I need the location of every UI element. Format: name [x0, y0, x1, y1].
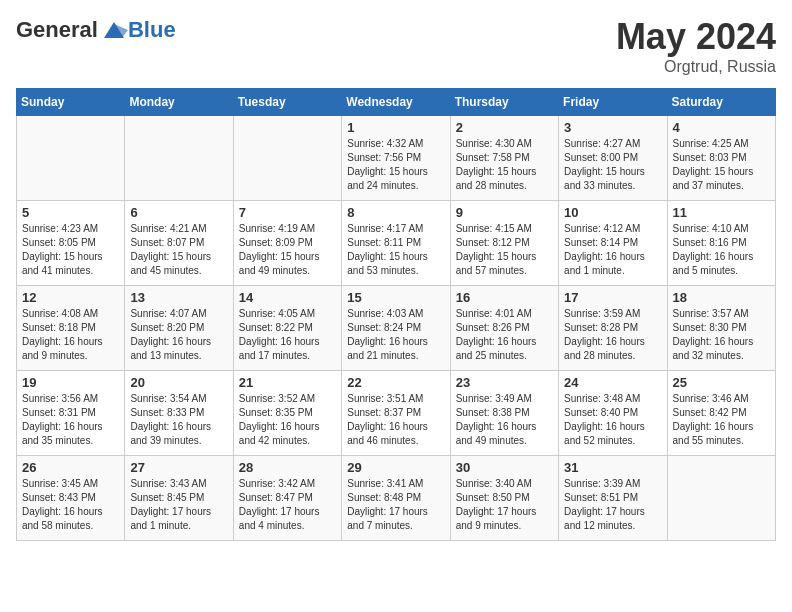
title-block: May 2024 Orgtrud, Russia: [616, 16, 776, 76]
calendar-cell: 8Sunrise: 4:17 AM Sunset: 8:11 PM Daylig…: [342, 201, 450, 286]
logo-blue: Blue: [128, 17, 176, 43]
day-number: 19: [22, 375, 119, 390]
calendar-cell: 16Sunrise: 4:01 AM Sunset: 8:26 PM Dayli…: [450, 286, 558, 371]
calendar-cell: 11Sunrise: 4:10 AM Sunset: 8:16 PM Dayli…: [667, 201, 775, 286]
day-number: 7: [239, 205, 336, 220]
calendar-cell: 3Sunrise: 4:27 AM Sunset: 8:00 PM Daylig…: [559, 116, 667, 201]
day-info: Sunrise: 3:43 AM Sunset: 8:45 PM Dayligh…: [130, 477, 227, 533]
day-number: 28: [239, 460, 336, 475]
calendar-cell: 15Sunrise: 4:03 AM Sunset: 8:24 PM Dayli…: [342, 286, 450, 371]
day-number: 11: [673, 205, 770, 220]
calendar-cell: 28Sunrise: 3:42 AM Sunset: 8:47 PM Dayli…: [233, 456, 341, 541]
day-info: Sunrise: 3:41 AM Sunset: 8:48 PM Dayligh…: [347, 477, 444, 533]
day-header-friday: Friday: [559, 89, 667, 116]
calendar-cell: 13Sunrise: 4:07 AM Sunset: 8:20 PM Dayli…: [125, 286, 233, 371]
day-header-wednesday: Wednesday: [342, 89, 450, 116]
day-info: Sunrise: 3:45 AM Sunset: 8:43 PM Dayligh…: [22, 477, 119, 533]
calendar-cell: 14Sunrise: 4:05 AM Sunset: 8:22 PM Dayli…: [233, 286, 341, 371]
day-number: 10: [564, 205, 661, 220]
logo: General Blue: [16, 16, 176, 44]
calendar-cell: 31Sunrise: 3:39 AM Sunset: 8:51 PM Dayli…: [559, 456, 667, 541]
day-info: Sunrise: 3:59 AM Sunset: 8:28 PM Dayligh…: [564, 307, 661, 363]
day-info: Sunrise: 3:46 AM Sunset: 8:42 PM Dayligh…: [673, 392, 770, 448]
day-number: 12: [22, 290, 119, 305]
calendar-cell: 1Sunrise: 4:32 AM Sunset: 7:56 PM Daylig…: [342, 116, 450, 201]
calendar-cell: 23Sunrise: 3:49 AM Sunset: 8:38 PM Dayli…: [450, 371, 558, 456]
calendar-cell: 29Sunrise: 3:41 AM Sunset: 8:48 PM Dayli…: [342, 456, 450, 541]
calendar-cell: 19Sunrise: 3:56 AM Sunset: 8:31 PM Dayli…: [17, 371, 125, 456]
day-number: 29: [347, 460, 444, 475]
day-info: Sunrise: 3:54 AM Sunset: 8:33 PM Dayligh…: [130, 392, 227, 448]
day-info: Sunrise: 4:23 AM Sunset: 8:05 PM Dayligh…: [22, 222, 119, 278]
calendar-cell: 18Sunrise: 3:57 AM Sunset: 8:30 PM Dayli…: [667, 286, 775, 371]
day-number: 27: [130, 460, 227, 475]
day-info: Sunrise: 4:30 AM Sunset: 7:58 PM Dayligh…: [456, 137, 553, 193]
calendar-cell: [125, 116, 233, 201]
day-info: Sunrise: 4:25 AM Sunset: 8:03 PM Dayligh…: [673, 137, 770, 193]
day-number: 25: [673, 375, 770, 390]
calendar-cell: 27Sunrise: 3:43 AM Sunset: 8:45 PM Dayli…: [125, 456, 233, 541]
week-row-3: 12Sunrise: 4:08 AM Sunset: 8:18 PM Dayli…: [17, 286, 776, 371]
day-number: 23: [456, 375, 553, 390]
day-header-tuesday: Tuesday: [233, 89, 341, 116]
week-row-1: 1Sunrise: 4:32 AM Sunset: 7:56 PM Daylig…: [17, 116, 776, 201]
day-number: 9: [456, 205, 553, 220]
day-number: 15: [347, 290, 444, 305]
week-row-2: 5Sunrise: 4:23 AM Sunset: 8:05 PM Daylig…: [17, 201, 776, 286]
day-info: Sunrise: 3:40 AM Sunset: 8:50 PM Dayligh…: [456, 477, 553, 533]
day-header-saturday: Saturday: [667, 89, 775, 116]
day-number: 16: [456, 290, 553, 305]
day-number: 31: [564, 460, 661, 475]
day-info: Sunrise: 4:05 AM Sunset: 8:22 PM Dayligh…: [239, 307, 336, 363]
day-info: Sunrise: 3:56 AM Sunset: 8:31 PM Dayligh…: [22, 392, 119, 448]
day-number: 26: [22, 460, 119, 475]
calendar-cell: 24Sunrise: 3:48 AM Sunset: 8:40 PM Dayli…: [559, 371, 667, 456]
day-info: Sunrise: 4:15 AM Sunset: 8:12 PM Dayligh…: [456, 222, 553, 278]
calendar-cell: 30Sunrise: 3:40 AM Sunset: 8:50 PM Dayli…: [450, 456, 558, 541]
calendar-cell: [233, 116, 341, 201]
day-number: 5: [22, 205, 119, 220]
calendar-cell: 12Sunrise: 4:08 AM Sunset: 8:18 PM Dayli…: [17, 286, 125, 371]
day-info: Sunrise: 3:49 AM Sunset: 8:38 PM Dayligh…: [456, 392, 553, 448]
day-info: Sunrise: 3:51 AM Sunset: 8:37 PM Dayligh…: [347, 392, 444, 448]
calendar-cell: 7Sunrise: 4:19 AM Sunset: 8:09 PM Daylig…: [233, 201, 341, 286]
day-header-thursday: Thursday: [450, 89, 558, 116]
day-header-monday: Monday: [125, 89, 233, 116]
day-number: 20: [130, 375, 227, 390]
day-info: Sunrise: 3:39 AM Sunset: 8:51 PM Dayligh…: [564, 477, 661, 533]
calendar-cell: 22Sunrise: 3:51 AM Sunset: 8:37 PM Dayli…: [342, 371, 450, 456]
calendar-cell: 20Sunrise: 3:54 AM Sunset: 8:33 PM Dayli…: [125, 371, 233, 456]
calendar-cell: 9Sunrise: 4:15 AM Sunset: 8:12 PM Daylig…: [450, 201, 558, 286]
day-number: 14: [239, 290, 336, 305]
day-info: Sunrise: 4:21 AM Sunset: 8:07 PM Dayligh…: [130, 222, 227, 278]
day-info: Sunrise: 4:32 AM Sunset: 7:56 PM Dayligh…: [347, 137, 444, 193]
header-row: SundayMondayTuesdayWednesdayThursdayFrid…: [17, 89, 776, 116]
day-info: Sunrise: 4:27 AM Sunset: 8:00 PM Dayligh…: [564, 137, 661, 193]
day-number: 22: [347, 375, 444, 390]
page-header: General Blue May 2024 Orgtrud, Russia: [16, 16, 776, 76]
day-info: Sunrise: 3:48 AM Sunset: 8:40 PM Dayligh…: [564, 392, 661, 448]
day-info: Sunrise: 4:01 AM Sunset: 8:26 PM Dayligh…: [456, 307, 553, 363]
calendar-cell: [17, 116, 125, 201]
day-number: 24: [564, 375, 661, 390]
day-number: 1: [347, 120, 444, 135]
calendar-cell: 25Sunrise: 3:46 AM Sunset: 8:42 PM Dayli…: [667, 371, 775, 456]
calendar-cell: 26Sunrise: 3:45 AM Sunset: 8:43 PM Dayli…: [17, 456, 125, 541]
day-number: 6: [130, 205, 227, 220]
day-info: Sunrise: 4:19 AM Sunset: 8:09 PM Dayligh…: [239, 222, 336, 278]
day-info: Sunrise: 4:07 AM Sunset: 8:20 PM Dayligh…: [130, 307, 227, 363]
day-number: 17: [564, 290, 661, 305]
day-info: Sunrise: 3:42 AM Sunset: 8:47 PM Dayligh…: [239, 477, 336, 533]
day-number: 2: [456, 120, 553, 135]
day-header-sunday: Sunday: [17, 89, 125, 116]
calendar-cell: 10Sunrise: 4:12 AM Sunset: 8:14 PM Dayli…: [559, 201, 667, 286]
day-number: 3: [564, 120, 661, 135]
calendar-subtitle: Orgtrud, Russia: [616, 58, 776, 76]
day-number: 18: [673, 290, 770, 305]
day-number: 4: [673, 120, 770, 135]
calendar-table: SundayMondayTuesdayWednesdayThursdayFrid…: [16, 88, 776, 541]
calendar-cell: 4Sunrise: 4:25 AM Sunset: 8:03 PM Daylig…: [667, 116, 775, 201]
logo-general: General: [16, 17, 98, 43]
calendar-cell: 5Sunrise: 4:23 AM Sunset: 8:05 PM Daylig…: [17, 201, 125, 286]
calendar-cell: 6Sunrise: 4:21 AM Sunset: 8:07 PM Daylig…: [125, 201, 233, 286]
